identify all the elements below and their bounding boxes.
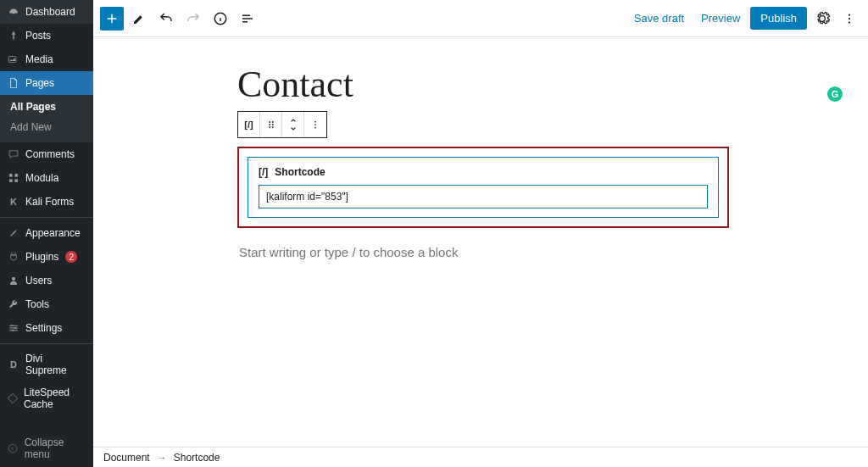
up-down-icon [288, 117, 298, 132]
shortcode-block[interactable]: [/] Shortcode [237, 147, 729, 228]
plugins-badge: 2 [65, 251, 77, 263]
media-icon [7, 53, 20, 66]
svg-rect-3 [14, 174, 18, 177]
svg-point-8 [14, 327, 16, 329]
sidebar-label: Posts [25, 30, 51, 42]
collapse-label: Collapse menu [25, 436, 86, 460]
k-icon: K [7, 195, 20, 208]
block-type-label: Shortcode [275, 166, 325, 178]
block-more-button[interactable] [304, 112, 326, 137]
block-toolbar: [/] [237, 111, 327, 138]
breadcrumb-current[interactable]: Shortcode [174, 452, 220, 464]
svg-point-20 [271, 126, 273, 128]
brush-icon [7, 226, 20, 240]
sidebar-item-pages[interactable]: Pages [0, 71, 93, 95]
svg-point-14 [849, 21, 850, 23]
sidebar-label: Appearance [25, 227, 81, 239]
svg-point-17 [269, 124, 270, 125]
sidebar-label: Kali Forms [25, 196, 74, 208]
sliders-icon [7, 321, 20, 335]
sidebar-item-kaliforms[interactable]: K Kali Forms [0, 190, 93, 214]
sidebar-item-litespeed[interactable]: LiteSpeed Cache [0, 381, 93, 415]
svg-point-16 [271, 121, 273, 123]
collapse-menu-button[interactable]: Collapse menu [0, 430, 93, 467]
pin-icon [7, 29, 20, 42]
collapse-icon [7, 442, 19, 455]
sidebar-label: Divi Supreme [25, 353, 86, 376]
svg-point-19 [269, 126, 270, 128]
sidebar-item-dashboard[interactable]: Dashboard [0, 0, 93, 24]
save-draft-button[interactable]: Save draft [627, 7, 691, 30]
edit-mode-button[interactable] [127, 7, 151, 31]
preview-button[interactable]: Preview [694, 7, 747, 30]
block-header: [/] Shortcode [259, 166, 708, 178]
sidebar-item-posts[interactable]: Posts [0, 24, 93, 47]
plug-icon [7, 250, 20, 264]
sidebar-item-media[interactable]: Media [0, 47, 93, 71]
svg-point-6 [12, 277, 15, 281]
editor-topbar: Save draft Preview Publish [93, 0, 868, 37]
sidebar-item-users[interactable]: Users [0, 269, 93, 292]
sidebar-label: Settings [25, 322, 62, 334]
sidebar-item-divi[interactable]: D Divi Supreme [0, 347, 93, 381]
block-breadcrumb: Document → Shortcode [93, 447, 868, 467]
drag-icon [266, 120, 276, 130]
pencil-icon [131, 11, 147, 26]
litespeed-icon [7, 392, 19, 405]
undo-button[interactable] [154, 7, 178, 31]
shortcode-icon: [/] [259, 166, 268, 178]
sidebar-item-plugins[interactable]: Plugins 2 [0, 245, 93, 269]
svg-point-15 [269, 121, 270, 123]
sidebar-item-tools[interactable]: Tools [0, 292, 93, 316]
new-block-placeholder[interactable]: Start writing or type / to choose a bloc… [237, 242, 729, 263]
submenu-item-add-new[interactable]: Add New [0, 117, 93, 137]
editor-canvas[interactable]: G Contact [/] [93, 37, 868, 447]
add-block-button[interactable] [100, 7, 124, 31]
submenu-item-all-pages[interactable]: All Pages [0, 97, 93, 117]
settings-button[interactable] [810, 7, 834, 31]
sidebar-label: Plugins [25, 251, 58, 263]
sidebar-label: Modula [25, 172, 58, 184]
editor-main: Save draft Preview Publish G Contact [/] [93, 0, 868, 467]
shortcode-input[interactable] [259, 185, 708, 208]
svg-point-23 [314, 127, 316, 129]
sidebar-item-modula[interactable]: Modula [0, 166, 93, 190]
shortcode-icon: [/] [244, 120, 253, 130]
move-buttons[interactable] [282, 112, 304, 137]
grammarly-icon[interactable]: G [827, 86, 843, 102]
outline-button[interactable] [236, 7, 259, 31]
info-button[interactable] [209, 7, 232, 31]
dots-vertical-icon [842, 11, 857, 26]
sidebar-item-appearance[interactable]: Appearance [0, 221, 93, 245]
admin-sidebar: Dashboard Posts Media Pages All Pages Ad… [0, 0, 93, 467]
page-title[interactable]: Contact [237, 63, 729, 106]
wrench-icon [7, 297, 20, 311]
redo-button[interactable] [181, 7, 205, 31]
sidebar-label: Comments [25, 148, 75, 160]
block-type-button[interactable]: [/] [238, 112, 260, 137]
drag-handle[interactable] [260, 112, 282, 137]
comment-icon [7, 147, 20, 161]
sidebar-label: Tools [25, 298, 49, 310]
redo-icon [186, 11, 201, 26]
sidebar-submenu-pages: All Pages Add New [0, 95, 93, 142]
user-icon [7, 274, 20, 287]
sidebar-item-comments[interactable]: Comments [0, 142, 93, 166]
plus-icon [104, 11, 120, 26]
dashboard-icon [7, 5, 20, 19]
sidebar-item-settings[interactable]: Settings [0, 316, 93, 340]
svg-point-12 [849, 14, 850, 15]
dots-vertical-icon [309, 119, 321, 131]
svg-rect-4 [9, 179, 13, 182]
gear-icon [814, 10, 831, 27]
svg-rect-2 [9, 174, 13, 177]
grid-icon [7, 171, 20, 185]
page-icon [7, 76, 20, 90]
more-options-button[interactable] [837, 7, 861, 31]
sidebar-label: Pages [25, 77, 54, 89]
breadcrumb-root[interactable]: Document [103, 452, 150, 464]
sidebar-label: Dashboard [25, 6, 75, 18]
publish-button[interactable]: Publish [750, 7, 807, 30]
svg-point-21 [314, 121, 316, 123]
svg-point-10 [8, 444, 17, 453]
